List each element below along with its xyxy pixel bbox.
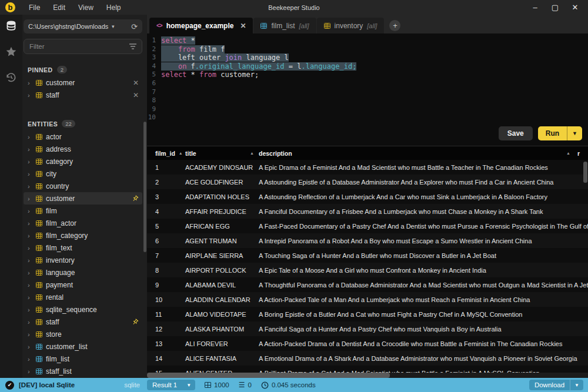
chevron-right-icon[interactable]: › xyxy=(28,306,32,313)
entities-section-header[interactable]: ENTITIES 22 xyxy=(24,116,142,130)
entity-item-city[interactable]: ›city xyxy=(24,167,142,180)
run-dropdown-caret-icon[interactable]: ▼ xyxy=(567,128,582,139)
maximize-button[interactable]: ▢ xyxy=(548,2,562,14)
chevron-right-icon[interactable]: › xyxy=(28,183,32,190)
chevron-right-icon[interactable]: › xyxy=(28,319,32,326)
entity-item-inventory[interactable]: ›inventory xyxy=(24,254,142,266)
entity-item-staff[interactable]: ›staff xyxy=(24,316,142,328)
entity-item-customer_list[interactable]: ›customer_list xyxy=(24,340,142,353)
refresh-icon[interactable]: ⟳ xyxy=(131,22,138,31)
column-header-film-id[interactable]: film_id ▲ xyxy=(147,150,185,157)
chevron-right-icon[interactable]: › xyxy=(28,343,32,350)
column-header-clipped[interactable]: r xyxy=(577,150,588,157)
tab-inventory[interactable]: inventory[all] xyxy=(317,18,385,33)
entity-item-film[interactable]: ›film xyxy=(24,205,142,217)
history-clock-icon[interactable] xyxy=(5,71,18,84)
sidebar-scrollbar[interactable] xyxy=(143,122,146,252)
table-row[interactable]: 10ALADDIN CALENDARA Action-Packed Tale o… xyxy=(147,292,588,307)
scrollbar-thumb[interactable] xyxy=(147,373,390,378)
result-selector-button[interactable]: Result 1 ▼ xyxy=(147,380,195,390)
entity-item-film_category[interactable]: ›film_category xyxy=(24,229,142,242)
sort-asc-icon[interactable]: ▲ xyxy=(566,151,570,155)
unpin-close-icon[interactable]: ✕ xyxy=(133,79,139,87)
chevron-right-icon[interactable]: › xyxy=(28,368,32,375)
entity-filter-input[interactable]: Filter xyxy=(24,39,142,54)
column-header-description[interactable]: description ▲ xyxy=(259,150,577,157)
column-header-title[interactable]: title ▲ xyxy=(185,150,259,157)
entity-item-sqlite_sequence[interactable]: ›sqlite_sequence xyxy=(24,303,142,316)
menu-edit[interactable]: Edit xyxy=(46,4,72,12)
pinned-section-header[interactable]: PINNED 2 xyxy=(24,62,142,76)
close-button[interactable]: ✕ xyxy=(568,2,582,14)
entity-item-store[interactable]: ›store xyxy=(24,328,142,340)
chevron-right-icon[interactable]: › xyxy=(28,158,32,165)
favorites-star-icon[interactable] xyxy=(5,45,18,58)
table-row[interactable]: 13ALI FOREVERA Action-Packed Drama of a … xyxy=(147,336,588,351)
minimize-button[interactable]: – xyxy=(528,2,542,14)
table-row[interactable]: 11ALAMO VIDEOTAPEA Boring Epistle of a B… xyxy=(147,307,588,321)
sort-asc-icon[interactable]: ▲ xyxy=(250,151,254,155)
table-row[interactable]: 5AFRICAN EGGA Fast-Paced Documentary of … xyxy=(147,219,588,233)
unpin-close-icon[interactable]: ✕ xyxy=(133,91,139,99)
entity-item-language[interactable]: ›language xyxy=(24,266,142,279)
chevron-right-icon[interactable]: › xyxy=(28,207,32,215)
chevron-right-icon[interactable]: › xyxy=(28,244,32,252)
menu-file[interactable]: File xyxy=(22,4,46,12)
entity-item-category[interactable]: ›category xyxy=(24,155,142,167)
results-horizontal-scrollbar[interactable] xyxy=(147,373,588,378)
entity-item-address[interactable]: ›address xyxy=(24,143,142,155)
connection-name[interactable]: [DEV] local Sqlite xyxy=(19,381,75,388)
chevron-right-icon[interactable]: › xyxy=(28,79,32,86)
entity-item-film_list[interactable]: ›film_list xyxy=(24,353,142,365)
entity-item-film_text[interactable]: ›film_text xyxy=(24,242,142,254)
tab-close-icon[interactable]: ✕ xyxy=(240,22,246,30)
tab-film_list[interactable]: film_list[all] xyxy=(253,18,316,33)
entity-item-film_actor[interactable]: ›film_actor xyxy=(24,217,142,229)
entity-item-customer[interactable]: ›customer xyxy=(24,192,142,205)
chevron-right-icon[interactable]: › xyxy=(28,294,32,301)
pinned-item-staff[interactable]: ›staff✕ xyxy=(24,89,142,101)
table-row[interactable]: 12ALASKA PHANTOMA Fanciful Saga of a Hun… xyxy=(147,321,588,336)
run-button[interactable]: Run ▼ xyxy=(538,126,582,140)
database-tab-icon[interactable] xyxy=(5,19,18,32)
table-row[interactable]: 8AIRPORT POLLOCKA Epic Tale of a Moose A… xyxy=(147,263,588,277)
menu-view[interactable]: View xyxy=(72,4,100,12)
chevron-right-icon[interactable]: › xyxy=(28,282,32,289)
entity-item-staff_list[interactable]: ›staff_list xyxy=(24,365,142,377)
table-row[interactable]: 7AIRPLANE SIERRAA Touching Saga of a Hun… xyxy=(147,248,588,263)
chevron-right-icon[interactable]: › xyxy=(28,331,32,338)
chevron-right-icon[interactable]: › xyxy=(28,269,32,276)
entity-item-sales_by_store[interactable]: ›sales_by_store xyxy=(24,377,142,378)
pinned-item-customer[interactable]: ›customer✕ xyxy=(24,76,142,89)
chevron-right-icon[interactable]: › xyxy=(28,232,32,239)
chevron-right-icon[interactable]: › xyxy=(28,92,32,99)
download-button[interactable]: Download ▼ xyxy=(529,380,583,390)
entity-item-payment[interactable]: ›payment xyxy=(24,279,142,291)
table-row[interactable]: 9ALABAMA DEVILA Thoughtful Panorama of a… xyxy=(147,277,588,292)
new-tab-button[interactable]: + xyxy=(389,20,400,31)
menu-help[interactable]: Help xyxy=(100,4,128,12)
table-row[interactable]: 1ACADEMY DINOSAURA Epic Drama of a Femin… xyxy=(147,160,588,175)
entity-item-rental[interactable]: ›rental xyxy=(24,291,142,303)
save-button[interactable]: Save xyxy=(499,126,533,140)
entity-item-country[interactable]: ›country xyxy=(24,180,142,192)
results-vertical-scrollbar[interactable] xyxy=(583,162,587,183)
chevron-right-icon[interactable]: › xyxy=(28,170,32,177)
pin-icon[interactable] xyxy=(132,319,139,326)
pin-icon[interactable] xyxy=(132,195,139,202)
chevron-right-icon[interactable]: › xyxy=(28,356,32,363)
tab-homepage_example[interactable]: <>homepage_example✕ xyxy=(149,18,253,33)
table-row[interactable]: 4AFFAIR PREJUDICEA Fanciful Documentary … xyxy=(147,204,588,219)
entity-item-actor[interactable]: ›actor xyxy=(24,130,142,143)
chevron-right-icon[interactable]: › xyxy=(28,220,32,227)
chevron-right-icon[interactable]: › xyxy=(28,133,32,140)
connection-dropdown[interactable]: C:\Users\ghstng\Downloads ▾ ⟳ xyxy=(24,19,142,33)
sql-editor[interactable]: 1select *2 from film f3 left outer join … xyxy=(147,33,588,146)
table-row[interactable]: 3ADAPTATION HOLESA Astounding Reflection… xyxy=(147,189,588,204)
chevron-right-icon[interactable]: › xyxy=(28,146,32,153)
table-row[interactable]: 14ALICE FANTASIAA Emotional Drama of a A… xyxy=(147,351,588,366)
table-row[interactable]: 6AGENT TRUMANA Intrepid Panorama of a Ro… xyxy=(147,233,588,248)
chevron-right-icon[interactable]: › xyxy=(28,195,32,202)
sort-asc-icon[interactable]: ▲ xyxy=(179,151,183,155)
table-row[interactable]: 2ACE GOLDFINGERA Astounding Epistle of a… xyxy=(147,175,588,189)
